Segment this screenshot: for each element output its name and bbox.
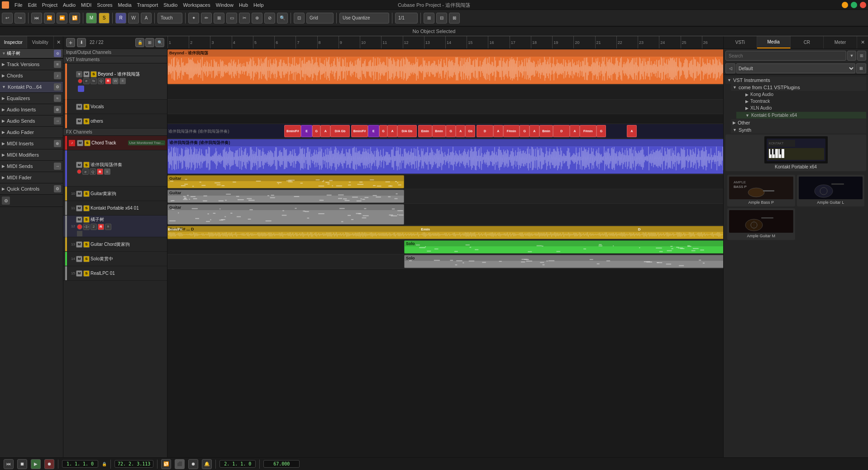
tp-play[interactable]: ▶ bbox=[31, 459, 41, 469]
track-1-s[interactable]: S bbox=[91, 71, 97, 77]
visibility-tab[interactable]: Visibility bbox=[27, 36, 54, 48]
tb-layout2[interactable]: ⊟ bbox=[436, 13, 447, 24]
rp-item-xln[interactable]: ▶ XLN Audio bbox=[736, 105, 866, 111]
kontakt01-s[interactable]: S bbox=[83, 205, 90, 211]
track-versions-header[interactable]: ▶ Track Versions ≡ bbox=[0, 59, 63, 70]
tp-punch[interactable]: ⬛ bbox=[175, 459, 185, 469]
rp-item-toontrack[interactable]: ▶ Toontrack bbox=[736, 98, 866, 105]
rp-preset-dropdown[interactable]: Default bbox=[736, 63, 855, 73]
rp-tab-media[interactable]: Media bbox=[757, 36, 791, 48]
menu-hub[interactable]: Hub bbox=[239, 2, 248, 8]
track-acc-e[interactable]: e bbox=[82, 168, 89, 175]
chord-event-A[interactable]: A bbox=[529, 125, 539, 137]
track-others-s[interactable]: S bbox=[83, 118, 90, 125]
vst-card-guitar-l[interactable]: Ample Guitar L bbox=[797, 175, 865, 206]
chord-event-D/A Gb[interactable]: D/A Gb bbox=[397, 125, 417, 137]
rp-search-options[interactable]: ▼ bbox=[847, 51, 856, 61]
minimize-button[interactable] bbox=[842, 2, 848, 8]
import-track-button[interactable]: ⬇ bbox=[77, 38, 86, 47]
track-acc-q[interactable]: Q bbox=[90, 168, 96, 175]
tb-cycle[interactable]: 🔁 bbox=[69, 13, 80, 24]
rp-tab-cr[interactable]: CR bbox=[791, 36, 824, 48]
track-vocals-m[interactable]: M bbox=[76, 104, 82, 110]
track-vocals-s[interactable]: S bbox=[83, 104, 90, 110]
chord-event-A[interactable]: A bbox=[320, 125, 330, 137]
inspector-settings-icon[interactable]: ⚙ bbox=[2, 197, 10, 205]
menu-transport[interactable]: Transport bbox=[137, 2, 158, 8]
chord-event-A[interactable]: A bbox=[570, 125, 580, 137]
maximize-button[interactable] bbox=[851, 2, 857, 8]
clip-8[interactable]: Guitar bbox=[167, 204, 404, 225]
arrange-area[interactable]: Beyond - 谁伴我闯荡谁伴我闯荡伴奏 (谁伴我闯荡伴奏)Bmin/F#EG… bbox=[167, 49, 723, 457]
track-acc-m[interactable]: M bbox=[76, 162, 82, 168]
quantize-value-dropdown[interactable]: 1/1 1/2 1/4 1/8 1/16 bbox=[395, 13, 418, 24]
guitarchord-s[interactable]: S bbox=[83, 241, 90, 248]
tb-prev[interactable]: ⏪ bbox=[44, 13, 55, 24]
clip-0[interactable]: Beyond - 谁伴我闯荡 bbox=[167, 49, 723, 84]
juzishu-e[interactable]: ◁▷ bbox=[83, 224, 90, 230]
quantize-dropdown[interactable]: Use Quantize bbox=[339, 13, 389, 24]
track-settings-btn[interactable]: ⚙ bbox=[54, 50, 61, 57]
menu-file[interactable]: File bbox=[14, 2, 23, 8]
rp-nav-back[interactable]: ◁ bbox=[725, 63, 735, 73]
track-1-r[interactable]: R bbox=[105, 78, 111, 84]
chord-event-D/A Gb[interactable]: D/A Gb bbox=[330, 125, 350, 137]
as-header[interactable]: ▶ Audio Sends → bbox=[0, 115, 63, 126]
close-button[interactable] bbox=[860, 2, 866, 8]
tb-next[interactable]: ⏩ bbox=[57, 13, 67, 24]
tb-pencil[interactable]: ✏ bbox=[201, 13, 212, 24]
group-fx-channels[interactable]: FX Channels bbox=[63, 129, 167, 136]
menu-project[interactable]: Project bbox=[42, 2, 57, 8]
chord-event-G[interactable]: G bbox=[596, 125, 606, 137]
rp-item-kontakt[interactable]: ▼ Kontakt 6 Portable x64 bbox=[736, 112, 866, 119]
undo-button[interactable]: ↩ bbox=[2, 13, 13, 24]
menu-audio[interactable]: Audio bbox=[63, 2, 76, 8]
ai-header[interactable]: ▶ Audio Inserts ⊕ bbox=[0, 104, 63, 115]
chord-event-Bmin/F#[interactable]: Bmin/F# bbox=[284, 125, 301, 137]
track-1-rec[interactable] bbox=[78, 79, 82, 83]
other-header[interactable]: ▶ Other bbox=[731, 119, 866, 126]
group-io[interactable]: Input/Output Channels bbox=[63, 49, 167, 56]
chord-event-G[interactable]: G bbox=[379, 125, 387, 137]
vst-card-kontakt[interactable]: KONTAKT Kontakt Portable x64 bbox=[725, 134, 866, 171]
chord-event-Emin[interactable]: Emin bbox=[418, 125, 432, 137]
tb-scissors[interactable]: ✂ bbox=[239, 13, 250, 24]
tp-click[interactable]: 🔔 bbox=[202, 459, 212, 469]
chord-event-Gb[interactable]: Gb bbox=[465, 125, 475, 137]
search-tracks-button[interactable]: 🔍 bbox=[155, 38, 164, 47]
reallpc-s[interactable]: S bbox=[83, 270, 90, 277]
clip-5[interactable]: 谁伴我闯荡伴奏 (谁伴我闯荡伴奏) bbox=[167, 139, 723, 174]
tb-m-button[interactable]: M bbox=[86, 13, 97, 24]
chord-event-E[interactable]: E bbox=[301, 125, 312, 137]
rp-filter-btn[interactable]: ⊞ bbox=[857, 51, 866, 61]
menu-edit[interactable]: Edit bbox=[28, 2, 37, 8]
chord-event-F#min[interactable]: F#min bbox=[503, 125, 520, 137]
inspector-close[interactable]: ✕ bbox=[54, 36, 63, 48]
tb-eraser[interactable]: ⊠ bbox=[214, 13, 224, 24]
track-acc-s[interactable]: S bbox=[83, 162, 90, 168]
track-1-m[interactable]: M bbox=[83, 71, 90, 77]
rp-tab-vsti[interactable]: VSTi bbox=[724, 36, 757, 48]
track-acc-rec[interactable] bbox=[77, 169, 81, 174]
tp-rewind[interactable]: ⏮ bbox=[4, 459, 14, 469]
rp-close[interactable]: ✕ bbox=[857, 36, 868, 48]
track-acc-r[interactable]: R bbox=[97, 168, 103, 175]
juzishu-m[interactable]: M bbox=[76, 216, 82, 223]
chord-event-Bmin[interactable]: Bmin bbox=[432, 125, 446, 137]
chord-event-D[interactable]: D bbox=[553, 125, 570, 137]
menu-help[interactable]: Help bbox=[253, 2, 264, 8]
track-1-q[interactable]: Q bbox=[98, 78, 104, 84]
tp-record2[interactable]: ⏺ bbox=[188, 459, 198, 469]
menu-media[interactable]: Media bbox=[118, 2, 132, 8]
tb-glue[interactable]: ⊕ bbox=[252, 13, 262, 24]
tb-a-button[interactable]: A bbox=[141, 13, 152, 24]
chord-event-G[interactable]: G bbox=[446, 125, 456, 137]
track-1-expand[interactable]: ▼ bbox=[76, 71, 82, 77]
chord-event-A[interactable]: A bbox=[387, 125, 397, 137]
chord-event-E[interactable]: E bbox=[368, 125, 379, 137]
inspector-tab[interactable]: Inspector bbox=[0, 36, 27, 48]
vst-card-guitar-m[interactable]: Ample Guitar M bbox=[727, 208, 795, 240]
tb-layout1[interactable]: ⊞ bbox=[424, 13, 434, 24]
track-1-more[interactable]: ≡ bbox=[119, 78, 126, 84]
chords-header[interactable]: ▶ Chords ♪ bbox=[0, 70, 63, 81]
